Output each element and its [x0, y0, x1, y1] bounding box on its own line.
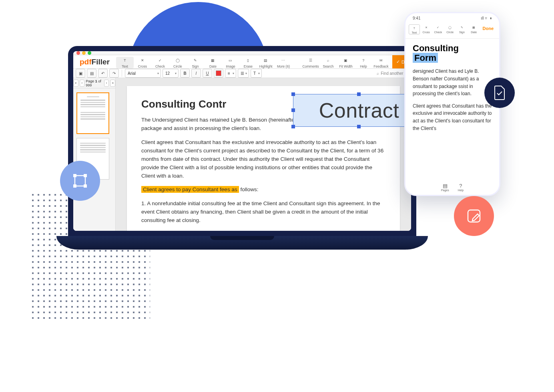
tool-date[interactable]: ▦Date	[204, 57, 222, 68]
phone-doc-paragraph: dersigned Client has ed Lyle B. Benson n…	[413, 68, 492, 97]
phone-status-bar: 9:41ıll ᯤ ▮	[405, 13, 499, 23]
new-button[interactable]: ▣	[76, 69, 85, 78]
italic-button[interactable]: I	[191, 69, 201, 78]
tool-fitwidth[interactable]: ▣Fit Width	[337, 57, 355, 68]
save-button[interactable]: ▤	[87, 69, 96, 78]
phone-bottom-bar: ▤Pages?Help	[405, 183, 499, 192]
tool-highlight[interactable]: ▤Highlight	[257, 57, 275, 68]
page-label: Page 1 of 999	[86, 79, 103, 87]
app-logo: pdfFiller	[73, 58, 116, 66]
pages-sidebar: « ‹ Page 1 of 999 › »	[73, 78, 116, 231]
bold-button[interactable]: B	[180, 69, 190, 78]
phone-done-button[interactable]: Done	[480, 24, 496, 32]
tool-search[interactable]: ⌕Search	[319, 57, 337, 68]
doc-paragraph: Client agrees that Consultant has the ex…	[141, 138, 385, 180]
main-toolbar: pdfFiller TText✕Cross✓Check◯Circle✎Sign▦…	[73, 55, 411, 69]
minimize-dot[interactable]	[82, 51, 86, 55]
tool-sign[interactable]: ✎Sign	[187, 57, 204, 68]
phone-bottom-pages[interactable]: ▤Pages	[441, 183, 449, 192]
page-navigator: « ‹ Page 1 of 999 › »	[73, 78, 115, 88]
pdf-editor-app: pdfFiller TText✕Cross✓Check◯Circle✎Sign▦…	[73, 51, 411, 231]
phone-mockup: 9:41ıll ᯤ ▮ TText✕Cross✓Check◯Circle✎Sig…	[404, 12, 500, 196]
format-toolbar: ▣ ▤ ↶ ↷ Arial 12 B I U ≡ ☰ T ⌕ Find anot…	[73, 69, 411, 78]
undo-button[interactable]: ↶	[98, 69, 108, 78]
window-titlebar	[73, 51, 411, 55]
phone-toolbar: TText✕Cross✓Check◯Circle✎Sign▦DateDone	[405, 23, 499, 39]
svg-rect-5	[84, 184, 87, 188]
phone-bottom-help[interactable]: ?Help	[458, 183, 464, 192]
list-select[interactable]: ☰	[238, 69, 249, 78]
tool-feedback[interactable]: ✉Feedback	[372, 57, 390, 68]
close-dot[interactable]	[76, 51, 80, 55]
phone-tool-cross[interactable]: ✕Cross	[421, 24, 432, 34]
phone-tool-check[interactable]: ✓Check	[433, 24, 444, 34]
prev-page-button[interactable]: ‹	[80, 80, 85, 87]
page-thumbnail-1[interactable]	[76, 92, 109, 134]
tool-comments[interactable]: ☰Comments	[302, 57, 319, 68]
svg-rect-4	[73, 184, 76, 188]
font-family-select[interactable]: Arial	[125, 69, 161, 78]
textmode-select[interactable]: T	[251, 69, 262, 78]
phone-tool-circle[interactable]: ◯Circle	[444, 24, 456, 34]
edit-badge-icon	[454, 196, 494, 236]
tool-more6[interactable]: ⋯More (6)	[275, 57, 292, 68]
align-select[interactable]: ≡	[225, 69, 236, 78]
tool-text[interactable]: TText	[116, 57, 134, 68]
last-page-button[interactable]: »	[110, 80, 115, 87]
phone-tool-text[interactable]: TText	[409, 24, 420, 34]
font-size-select[interactable]: 12	[163, 69, 179, 78]
underline-button[interactable]: U	[203, 69, 212, 78]
tool-image[interactable]: ▭Image	[222, 57, 239, 68]
tool-help[interactable]: ?Help	[355, 57, 372, 68]
check-badge-icon	[484, 78, 515, 108]
maximize-dot[interactable]	[88, 51, 91, 55]
svg-rect-2	[73, 174, 76, 177]
tool-check[interactable]: ✓Check	[151, 57, 169, 68]
svg-rect-3	[84, 174, 87, 177]
tool-cross[interactable]: ✕Cross	[134, 57, 151, 68]
phone-doc-title: ConsultingForm	[413, 44, 492, 63]
laptop-mockup: pdfFiller TText✕Cross✓Check◯Circle✎Sign▦…	[68, 46, 416, 250]
highlighted-text: Client agrees to pay Consultant fees as	[141, 186, 239, 193]
phone-tool-sign[interactable]: ✎Sign	[456, 24, 468, 34]
color-button[interactable]	[214, 69, 223, 78]
phone-doc-paragraph: Client agrees that Consultant has the ex…	[413, 102, 492, 132]
phone-tool-date[interactable]: ▦Date	[468, 24, 480, 34]
doc-paragraph: Client agrees to pay Consultant fees as …	[141, 186, 385, 194]
tool-erase[interactable]: ▯Erase	[239, 57, 257, 68]
tool-circle[interactable]: ◯Circle	[169, 57, 187, 68]
bbox-badge-icon	[60, 161, 100, 201]
first-page-button[interactable]: «	[73, 80, 78, 87]
redo-button[interactable]: ↷	[109, 69, 119, 78]
doc-paragraph: 1. A nonrefundable initial consulting fe…	[141, 200, 385, 225]
next-page-button[interactable]: ›	[104, 80, 109, 87]
